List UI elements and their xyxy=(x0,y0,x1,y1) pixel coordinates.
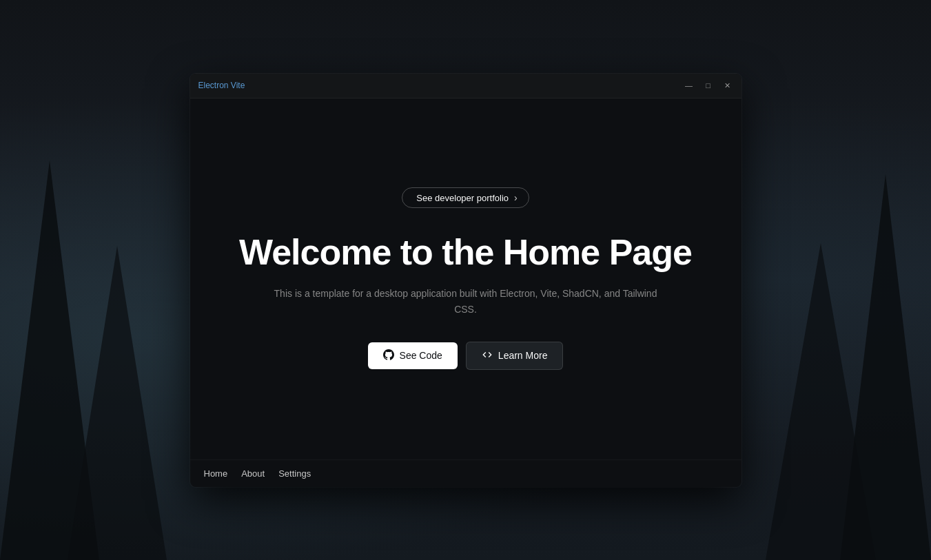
nav-about[interactable]: About xyxy=(241,468,265,479)
app-window: Electron Vite — □ ✕ See developer portfo… xyxy=(190,74,741,487)
action-buttons: See Code Learn More xyxy=(368,342,564,370)
code-icon xyxy=(482,349,493,362)
chevron-right-icon: › xyxy=(514,192,518,203)
close-button[interactable]: ✕ xyxy=(722,80,733,91)
learn-more-label: Learn More xyxy=(498,350,548,361)
github-icon xyxy=(383,349,394,362)
learn-more-button[interactable]: Learn More xyxy=(466,342,564,370)
maximize-button[interactable]: □ xyxy=(703,80,714,91)
minimize-button[interactable]: — xyxy=(684,80,695,91)
see-code-button[interactable]: See Code xyxy=(368,342,458,369)
page-title: Welcome to the Home Page xyxy=(239,233,692,272)
nav-home[interactable]: Home xyxy=(204,468,228,479)
window-title: Electron Vite xyxy=(198,81,684,90)
see-code-label: See Code xyxy=(400,350,442,361)
title-bar: Electron Vite — □ ✕ xyxy=(190,74,741,98)
main-content: See developer portfolio › Welcome to the… xyxy=(190,98,741,459)
page-subtext: This is a template for a desktop applica… xyxy=(273,286,659,317)
footer-nav: Home About Settings xyxy=(190,459,741,487)
window-controls: — □ ✕ xyxy=(684,80,733,91)
portfolio-badge-button[interactable]: See developer portfolio › xyxy=(402,187,529,208)
nav-settings[interactable]: Settings xyxy=(278,468,311,479)
portfolio-badge-label: See developer portfolio xyxy=(416,193,509,203)
